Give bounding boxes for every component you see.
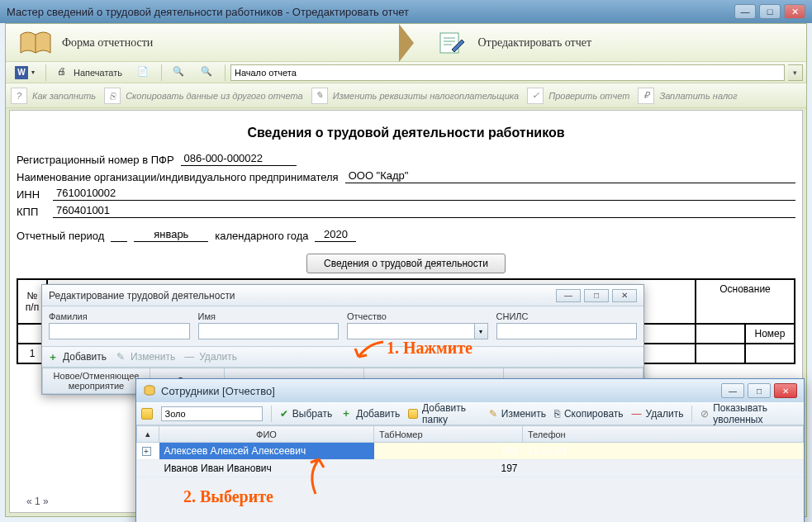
folder-path-input[interactable]	[161, 406, 264, 421]
fired-icon: ⊘	[700, 408, 709, 420]
maximize-button[interactable]: □	[759, 4, 781, 19]
grid-cell[interactable]	[696, 344, 745, 363]
snils-input[interactable]	[496, 323, 638, 339]
add-employee-button[interactable]: ＋Добавить	[340, 408, 400, 420]
minimize-button[interactable]: —	[734, 4, 756, 19]
editreq-label: Изменить реквизиты налогоплательщика	[333, 91, 519, 101]
folder-icon[interactable]	[141, 408, 153, 420]
minus-icon: —	[183, 351, 195, 363]
report-section-input[interactable]	[230, 64, 785, 81]
toolbar-separator	[161, 64, 162, 81]
zoom-in-button[interactable]: 🔍	[167, 64, 192, 82]
book-icon	[17, 28, 54, 58]
del-emp-label: Удалить	[646, 408, 684, 420]
col-fio[interactable]: ФИО	[159, 426, 374, 443]
middlename-label: Отчество	[347, 311, 488, 321]
show-fired-button[interactable]: ⊘Показывать уволенных	[700, 402, 799, 425]
inn-value[interactable]: 7610010002	[53, 187, 795, 201]
toolbar-btn-1[interactable]: 📄	[131, 64, 156, 82]
col-phone[interactable]: Телефон	[523, 426, 804, 443]
zoom-out-button[interactable]: 🔍	[195, 64, 220, 82]
org-value[interactable]: ООО "Кадр"	[345, 169, 795, 183]
employee-tab: 198	[374, 443, 523, 460]
employees-grid: ▴ ФИО ТабНомер Телефон + Алексеев Алексе…	[136, 425, 804, 522]
reg-label: Регистрационный номер в ПФР	[17, 154, 174, 166]
employee-row[interactable]: + Алексеев Алексей Алексеевич 198 21-21-…	[137, 443, 804, 460]
word-export-button[interactable]: W▾	[9, 64, 40, 82]
secondary-toolbar: ?Как заполнить ⎘Скопировать данные из др…	[6, 83, 806, 108]
tree-col[interactable]: ▴	[137, 426, 159, 443]
period-label: Отчетный период	[17, 230, 104, 242]
year-value[interactable]: 2020	[315, 228, 356, 242]
dialog-add-button[interactable]: ＋Добавить	[47, 351, 107, 363]
print-button[interactable]: 🖨Напечатать	[51, 64, 128, 82]
firstname-label: Имя	[198, 311, 340, 321]
kpp-value[interactable]: 760401001	[53, 204, 795, 218]
word-icon: W	[15, 66, 28, 79]
close-button[interactable]: ✕	[784, 4, 805, 19]
check-label: Проверить отчет	[548, 91, 629, 101]
main-window-title: Мастер сведений о трудовой деятельности …	[7, 6, 731, 18]
howto-button[interactable]: ?Как заполнить	[11, 88, 96, 104]
employee-row[interactable]: Иванов Иван Иванович 197	[137, 460, 804, 477]
howto-label: Как заполнить	[32, 91, 96, 101]
edit-employee-button[interactable]: ✎Изменить	[489, 408, 546, 420]
dialog-toolbar: ＋Добавить ✎Изменить —Удалить	[42, 346, 643, 368]
select-button[interactable]: ✔Выбрать	[280, 408, 332, 420]
help-icon: ?	[11, 88, 27, 104]
dialog-col-event[interactable]: Новое/Отменяющее мероприятие	[43, 368, 150, 394]
middlename-input[interactable]	[347, 323, 475, 339]
period-blank[interactable]	[111, 240, 127, 242]
copy-employee-button[interactable]: ⎘Скопировать	[554, 408, 624, 420]
dialog-maximize-button[interactable]: □	[584, 289, 609, 302]
report-section-dropdown[interactable]: ▾	[788, 64, 803, 81]
main-titlebar: Мастер сведений о трудовой деятельности …	[0, 0, 812, 23]
employees-close-button[interactable]: ✕	[774, 383, 797, 398]
expand-icon[interactable]: +	[142, 447, 151, 456]
inn-label: ИНН	[17, 188, 46, 201]
copy-data-button[interactable]: ⎘Скопировать данные из другого отчета	[104, 88, 303, 104]
plus-icon: ＋	[47, 351, 59, 363]
kpp-label: КПП	[17, 206, 46, 218]
check-icon: ✓	[527, 88, 544, 104]
dialog-add-label: Добавить	[63, 351, 107, 363]
add-emp-label: Добавить	[356, 408, 400, 420]
grid-cell[interactable]	[745, 344, 795, 363]
activity-info-button[interactable]: Сведения о трудовой деятельности	[306, 254, 506, 273]
wizard-step-form[interactable]: Форма отчетности	[6, 28, 391, 58]
dialog-edit-label: Изменить	[131, 351, 175, 363]
pay-tax-button[interactable]: ₽Заплатить налог	[638, 88, 737, 104]
col-tab[interactable]: ТабНомер	[374, 426, 523, 443]
employees-minimize-button[interactable]: —	[721, 383, 744, 398]
dialog-delete-button[interactable]: —Удалить	[183, 351, 237, 363]
wizard-step-edit-label: Отредактировать отчет	[478, 36, 592, 50]
employee-tab: 197	[374, 460, 523, 477]
pay-label: Заплатить налог	[659, 91, 737, 101]
firstname-input[interactable]	[198, 323, 340, 339]
month-value[interactable]: январь	[134, 228, 208, 242]
edit-emp-label: Изменить	[501, 408, 546, 420]
add-folder-button[interactable]: Добавить папку	[408, 402, 481, 425]
dialog-edit-button[interactable]: ✎Изменить	[115, 351, 175, 363]
dialog-minimize-button[interactable]: —	[556, 289, 581, 302]
middlename-picker-button[interactable]: ▾	[475, 323, 488, 339]
pagination[interactable]: « 1 »	[26, 496, 49, 507]
dialog-titlebar: Редактирование трудовой деятельности — □…	[42, 285, 643, 306]
select-label: Выбрать	[292, 408, 332, 420]
lastname-input[interactable]	[49, 323, 190, 339]
edit-taxpayer-button[interactable]: ✎Изменить реквизиты налогоплательщика	[311, 88, 519, 104]
lastname-label: Фамилия	[49, 311, 190, 321]
grid-col-basis: Основание	[696, 279, 795, 324]
reg-value[interactable]: 086-000-000022	[181, 152, 297, 166]
employees-maximize-button[interactable]: □	[748, 383, 771, 398]
wizard-step-edit[interactable]: Отредактировать отчет	[422, 28, 807, 58]
toolbar-separator	[45, 64, 46, 81]
pay-icon: ₽	[638, 88, 654, 104]
employee-phone: 21-21-21	[523, 443, 804, 460]
delete-employee-button[interactable]: —Удалить	[632, 408, 684, 420]
wizard-step-form-label: Форма отчетности	[62, 36, 153, 50]
copy-icon: ⎘	[104, 88, 121, 104]
employees-window: Сотрудники [Отчество] — □ ✕ ✔Выбрать ＋До…	[135, 378, 805, 522]
check-report-button[interactable]: ✓Проверить отчет	[527, 88, 629, 104]
dialog-close-button[interactable]: ✕	[612, 289, 637, 302]
